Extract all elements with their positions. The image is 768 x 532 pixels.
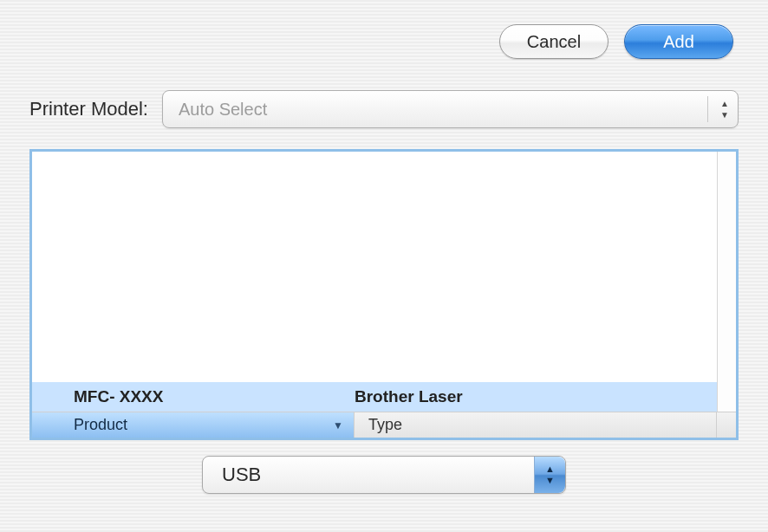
table-row[interactable]: MFC- XXXX Brother Laser [32, 382, 717, 412]
connection-value: USB [222, 464, 261, 486]
footer-buttons: Cancel Add [24, 24, 744, 59]
connection-select[interactable]: USB ▲ ▼ [202, 456, 566, 494]
column-header-product-label: Product [74, 416, 127, 434]
table-header: Product ▼ Type [32, 412, 736, 438]
printer-model-select[interactable]: Auto Select ▲ ▼ [162, 90, 739, 128]
printer-list-area[interactable]: MFC- XXXX Brother Laser [32, 152, 717, 412]
cell-product: MFC- XXXX [32, 387, 355, 406]
printer-model-row: Printer Model: Auto Select ▲ ▼ [24, 90, 744, 128]
printer-model-label: Printer Model: [29, 98, 148, 120]
vertical-scrollbar[interactable] [717, 152, 736, 412]
printer-model-value: Auto Select [179, 100, 267, 120]
header-scroll-cap [717, 412, 736, 438]
column-header-type-label: Type [368, 416, 402, 434]
add-button[interactable]: Add [624, 24, 733, 59]
select-divider [707, 96, 708, 122]
chevron-updown-icon: ▲ ▼ [720, 100, 729, 120]
column-header-type[interactable]: Type [355, 412, 717, 438]
cancel-button[interactable]: Cancel [499, 24, 609, 59]
sort-descending-icon: ▼ [333, 419, 343, 431]
printer-list-body: MFC- XXXX Brother Laser [32, 152, 736, 412]
cell-type: Brother Laser [355, 387, 463, 406]
chevron-updown-icon: ▲ ▼ [534, 457, 565, 493]
connection-row: USB ▲ ▼ [24, 456, 744, 494]
column-header-product[interactable]: Product ▼ [32, 412, 355, 438]
printer-list-panel: MFC- XXXX Brother Laser Product ▼ Type [29, 149, 739, 440]
